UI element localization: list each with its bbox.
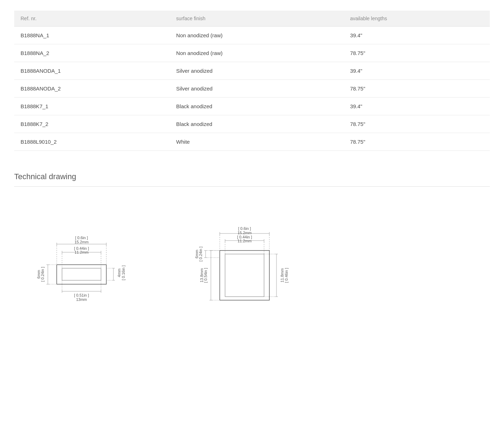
dim2-left-outer-1: [ 0.24in ]	[198, 247, 203, 261]
dim2-right-1: [ 0.46in ]	[284, 268, 289, 283]
cell-surface-1: Non anodized (raw)	[170, 44, 344, 62]
table-header-row: Ref. nr. surface finish available length…	[14, 11, 490, 27]
svg-rect-38	[225, 254, 264, 297]
cell-lengths-5: 78.75"	[344, 115, 490, 133]
table-row: B1888ANODA_1Silver anodized39.4"	[14, 62, 490, 80]
dim1-top-outer-1: [ 0.6in ]	[75, 236, 88, 240]
cell-surface-5: Black anodized	[170, 115, 344, 133]
dim2-left-main-2: 13.8mm	[200, 268, 204, 282]
col-header-lengths: available lengths	[344, 11, 490, 27]
cell-lengths-1: 78.75"	[344, 44, 490, 62]
dim2-top-outer-2: 15.2mm	[237, 231, 252, 235]
cell-surface-2: Silver anodized	[170, 62, 344, 80]
table-row: B1888NA_2Non anodized (raw)78.75"	[14, 44, 490, 62]
cell-ref-3: B1888ANODA_2	[14, 80, 170, 98]
table-row: B1888K7_1Black anodized39.4"	[14, 98, 490, 115]
dim1-left-2: 6mm	[37, 270, 41, 279]
cell-lengths-2: 39.4"	[344, 62, 490, 80]
cell-lengths-4: 39.4"	[344, 98, 490, 115]
svg-rect-37	[220, 250, 269, 300]
dim2-right-2: 11.8mm	[280, 268, 284, 282]
dim1-bottom-1: [ 0.51in ]	[74, 293, 89, 297]
dim1-top-outer-2: 15.2mm	[74, 240, 89, 244]
cell-ref-4: B1888K7_1	[14, 98, 170, 115]
cell-ref-6: B1888L9010_2	[14, 133, 170, 151]
dim1-right-1: [ 0.16in ]	[121, 265, 125, 280]
cell-surface-3: Silver anodized	[170, 80, 344, 98]
dim1-bottom-2: 13mm	[76, 297, 87, 302]
cell-surface-6: White	[170, 133, 344, 151]
cell-ref-2: B1888ANODA_1	[14, 62, 170, 80]
technical-drawing-section: Technical drawing [ 0.6in ] 15.2mm	[14, 172, 490, 330]
svg-rect-11	[62, 268, 101, 280]
cell-lengths-0: 39.4"	[344, 27, 490, 44]
col-header-ref: Ref. nr.	[14, 11, 170, 27]
dim2-left-outer-2: 6mm	[195, 250, 199, 258]
cell-surface-4: Black anodized	[170, 98, 344, 115]
drawing-2: [ 0.6in ] 15.2mm [ 0.44in ] 11.2mm	[184, 215, 298, 323]
dim1-right-2: 4mm	[117, 269, 121, 277]
cell-surface-0: Non anodized (raw)	[170, 27, 344, 44]
table-row: B1888NA_1Non anodized (raw)39.4"	[14, 27, 490, 44]
tech-drawing-title: Technical drawing	[14, 172, 490, 187]
col-header-surface: surface finish	[170, 11, 344, 27]
dim2-left-main-1: [ 0.54in ]	[203, 268, 208, 283]
table-row: B1888K7_2Black anodized78.75"	[14, 115, 490, 133]
drawing-1: [ 0.6in ] 15.2mm [ 0.44in ] 11.2mm	[28, 215, 142, 315]
table-row: B1888ANODA_2Silver anodized78.75"	[14, 80, 490, 98]
dim1-top-inner-2: 11.2mm	[74, 250, 89, 254]
cell-ref-5: B1888K7_2	[14, 115, 170, 133]
cell-ref-1: B1888NA_2	[14, 44, 170, 62]
product-table: Ref. nr. surface finish available length…	[14, 11, 490, 151]
dim2-top-outer-1: [ 0.6in ]	[238, 226, 251, 231]
drawings-container: [ 0.6in ] 15.2mm [ 0.44in ] 11.2mm	[14, 208, 490, 330]
table-row: B1888L9010_2White78.75"	[14, 133, 490, 151]
dim1-left-1: [ 0.24in ]	[40, 267, 45, 282]
cell-lengths-3: 78.75"	[344, 80, 490, 98]
svg-rect-10	[57, 265, 106, 284]
dim2-top-inner-2: 11.2mm	[237, 239, 252, 243]
cell-ref-0: B1888NA_1	[14, 27, 170, 44]
cell-lengths-6: 78.75"	[344, 133, 490, 151]
page: Ref. nr. surface finish available length…	[0, 0, 504, 340]
